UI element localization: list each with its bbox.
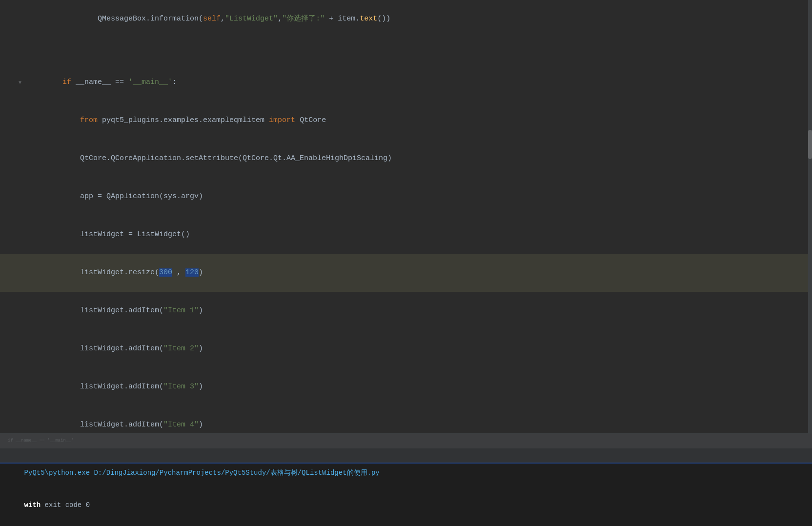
fold-icon [17, 384, 23, 390]
code-token: listWidget.addItem( [62, 344, 163, 353]
code-token: ) [199, 268, 203, 277]
code-token-120: 120 [185, 268, 199, 277]
code-token: app = QApplication(sys.argv) [62, 192, 203, 201]
code-token: "你选择了:" [282, 15, 325, 23]
fold-icon [17, 307, 23, 314]
code-content[interactable]: from pyqt5_plugins.examples.exampleqmlit… [23, 101, 812, 140]
code-token [62, 116, 80, 124]
code-line-additem1: listWidget.addItem("Item 1") [0, 292, 812, 330]
terminal-with-text: with [24, 501, 41, 509]
code-token-main-str: '__main__' [128, 78, 172, 86]
code-content[interactable]: QtCore.QCoreApplication.setAttribute(QtC… [23, 140, 812, 178]
minimap-text: if __name__ == '__main__' [8, 438, 74, 443]
code-token: QMessageBox.information( [62, 15, 203, 23]
code-line-additem3: listWidget.addItem("Item 3") [0, 368, 812, 406]
code-token: , [278, 15, 282, 23]
code-token: "ListWidget" [225, 15, 278, 23]
code-line-additem4: listWidget.addItem("Item 4") [0, 406, 812, 433]
fold-icon [17, 231, 23, 238]
code-content[interactable]: listWidget.addItem("Item 3") [23, 368, 812, 406]
code-token-item1: "Item 1" [163, 306, 199, 315]
code-token-import: import [269, 116, 295, 124]
code-token: listWidget = ListWidget() [62, 230, 190, 239]
code-token: __name__ == [71, 78, 128, 86]
code-line-qtcore: QtCore.QCoreApplication.setAttribute(QtC… [0, 140, 812, 178]
code-token: listWidget.addItem( [62, 421, 163, 429]
fold-icon [17, 422, 23, 428]
code-content[interactable]: listWidget.addItem("Item 2") [23, 330, 812, 368]
code-line-empty [0, 51, 812, 63]
fold-icon [17, 54, 23, 61]
code-line-empty [0, 38, 812, 51]
code-token-300: 300 [159, 268, 172, 277]
fold-icon [17, 269, 23, 276]
code-token: , [172, 268, 185, 277]
code-token: QtCore.QCoreApplication.setAttribute(QtC… [62, 154, 392, 162]
code-content[interactable]: QMessageBox.information(self,"ListWidget… [23, 0, 812, 38]
terminal-command-text: PyQt5\python.exe D:/DingJiaxiong/Pycharm… [24, 469, 380, 477]
code-token-from: from [80, 116, 98, 124]
fold-icon [17, 16, 23, 22]
fold-icon [17, 193, 23, 200]
minimap-area: if __name__ == '__main__' [0, 433, 812, 463]
code-token: text [360, 15, 377, 23]
code-token-if: if [62, 78, 71, 86]
code-content[interactable]: if __name__ == '__main__': [23, 63, 812, 101]
code-token: : [172, 78, 177, 86]
code-token-item3: "Item 3" [163, 383, 199, 391]
code-content[interactable]: listWidget = ListWidget() [23, 216, 812, 254]
code-content[interactable]: listWidget.resize(300 , 120) [23, 254, 812, 292]
code-line-resize: listWidget.resize(300 , 120) [0, 254, 812, 292]
code-token: ) [199, 421, 203, 429]
fold-icon [17, 155, 23, 162]
code-content[interactable]: listWidget.addItem("Item 1") [23, 292, 812, 330]
scrollbar-vertical[interactable] [808, 0, 812, 433]
code-token: listWidget.addItem( [62, 306, 163, 315]
terminal-area: PyQt5\python.exe D:/DingJiaxiong/Pycharm… [0, 463, 812, 526]
code-line-from: from pyqt5_plugins.examples.exampleqmlit… [0, 101, 812, 140]
minimap-code: if __name__ == '__main__' [0, 434, 812, 447]
fold-icon[interactable]: ▼ [17, 79, 23, 86]
code-token: ) [199, 306, 203, 315]
code-token: ()) [377, 15, 390, 23]
code-content[interactable]: app = QApplication(sys.argv) [23, 178, 812, 216]
fold-icon [17, 345, 23, 352]
scrollbar-thumb[interactable] [808, 130, 812, 159]
fold-icon [17, 117, 23, 124]
fold-icon [17, 41, 23, 48]
editor-area[interactable]: QMessageBox.information(self,"ListWidget… [0, 0, 812, 463]
code-line: QMessageBox.information(self,"ListWidget… [0, 0, 812, 38]
code-token-item2: "Item 2" [163, 344, 199, 353]
code-line-if-main: ▼ if __name__ == '__main__': [0, 63, 812, 101]
code-token: + item. [325, 15, 360, 23]
code-token: QtCore [295, 116, 326, 124]
code-container: QMessageBox.information(self,"ListWidget… [0, 0, 812, 433]
terminal-exit-text: exit code 0 [41, 501, 90, 509]
terminal-exit-line: with exit code 0 [8, 489, 804, 521]
code-token: listWidget.resize( [62, 268, 159, 277]
code-line-additem2: listWidget.addItem("Item 2") [0, 330, 812, 368]
code-line-listwidget: listWidget = ListWidget() [0, 216, 812, 254]
code-token: ) [199, 383, 203, 391]
code-token: pyqt5_plugins.examples.exampleqmlitem [98, 116, 269, 124]
code-token: self [203, 15, 221, 23]
code-line-app: app = QApplication(sys.argv) [0, 178, 812, 216]
code-token: , [221, 15, 225, 23]
code-token-item4: "Item 4" [163, 421, 199, 429]
code-token: ) [199, 344, 203, 353]
code-token: listWidget.addItem( [62, 383, 163, 391]
code-content[interactable]: listWidget.addItem("Item 4") [23, 406, 812, 433]
